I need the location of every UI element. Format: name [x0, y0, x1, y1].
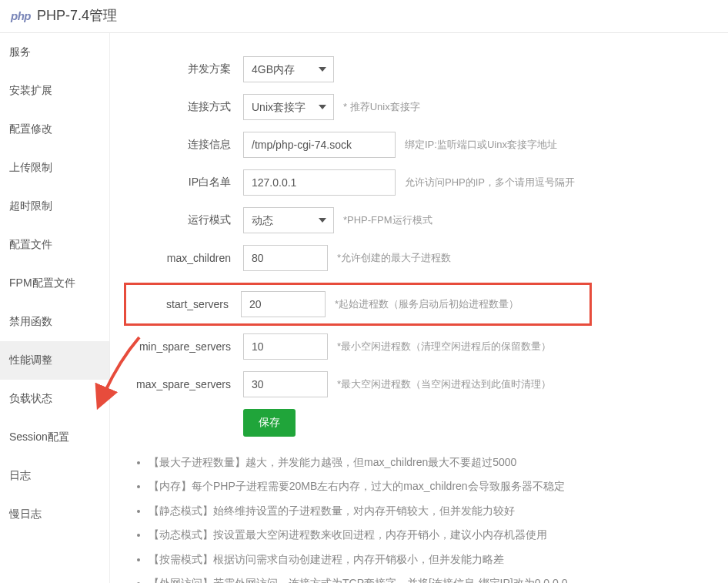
select-conn-type[interactable]: Unix套接字 — [243, 94, 334, 120]
php-logo-icon: php — [11, 9, 31, 22]
hint-conn-info: 绑定IP:监听端口或Uinx套接字地址 — [405, 138, 557, 152]
row-run-mode: 运行模式 动态 *PHP-FPM运行模式 — [124, 207, 728, 233]
row-ip-whitelist: IP白名单 允许访问PHP的IP，多个请用逗号隔开 — [124, 169, 728, 196]
dialog-title: PHP-7.4管理 — [37, 6, 117, 25]
label-run-mode: 运行模式 — [124, 213, 243, 227]
label-max-children: max_children — [124, 252, 243, 264]
row-max-spare: max_spare_servers *最大空闲进程数（当空闲进程达到此值时清理） — [124, 371, 728, 397]
sidebar: 服务 安装扩展 配置修改 上传限制 超时限制 配置文件 FPM配置文件 禁用函数… — [0, 33, 110, 583]
sidebar-item-config-edit[interactable]: 配置修改 — [0, 110, 109, 149]
sidebar-item-session[interactable]: Session配置 — [0, 418, 109, 457]
note-item: 【内存】每个PHP子进程需要20MB左右内存，过大的max_children会导… — [149, 477, 728, 494]
input-start-servers[interactable] — [241, 291, 326, 317]
input-min-spare[interactable] — [243, 333, 328, 360]
hint-run-mode: *PHP-FPM运行模式 — [343, 213, 432, 227]
notes-list: 【最大子进程数量】越大，并发能力越强，但max_children最大不要超过50… — [124, 454, 728, 583]
sidebar-item-log[interactable]: 日志 — [0, 457, 109, 495]
select-concurrency[interactable]: 4GB内存 — [243, 56, 334, 82]
label-max-spare: max_spare_servers — [124, 378, 243, 390]
label-min-spare: min_spare_servers — [124, 340, 243, 353]
sidebar-item-config-file[interactable]: 配置文件 — [0, 226, 109, 264]
sidebar-item-service[interactable]: 服务 — [0, 33, 109, 72]
note-item: 【外网访问】若需外网访问，连接方式为TCP套接字，并将[连接信息-绑定IP]改为… — [149, 575, 728, 583]
sidebar-item-install-ext[interactable]: 安装扩展 — [0, 72, 109, 110]
hint-start-servers: *起始进程数（服务启动后初始进程数量） — [335, 297, 519, 311]
sidebar-item-timeout[interactable]: 超时限制 — [0, 187, 109, 226]
highlight-start-servers: start_servers *起始进程数（服务启动后初始进程数量） — [124, 283, 592, 326]
sidebar-item-performance[interactable]: 性能调整 — [0, 341, 109, 380]
dialog-header: php PHP-7.4管理 — [0, 0, 728, 33]
label-start-servers: start_servers — [126, 298, 241, 310]
label-concurrency: 并发方案 — [124, 62, 243, 76]
row-max-children: max_children *允许创建的最大子进程数 — [124, 245, 728, 271]
note-item: 【最大子进程数量】越大，并发能力越强，但max_children最大不要超过50… — [149, 454, 728, 471]
row-start-servers: start_servers *起始进程数（服务启动后初始进程数量） — [126, 291, 585, 317]
note-item: 【静态模式】始终维持设置的子进程数量，对内存开销较大，但并发能力较好 — [149, 502, 728, 519]
row-concurrency: 并发方案 4GB内存 — [124, 56, 728, 82]
save-row: 保存 — [124, 409, 728, 437]
save-button[interactable]: 保存 — [243, 409, 296, 437]
hint-max-children: *允许创建的最大子进程数 — [337, 251, 451, 265]
hint-min-spare: *最小空闲进程数（清理空闲进程后的保留数量） — [337, 340, 551, 353]
label-conn-type: 连接方式 — [124, 100, 243, 114]
sidebar-item-disable-func[interactable]: 禁用函数 — [0, 303, 109, 341]
select-run-mode[interactable]: 动态 — [243, 207, 334, 233]
label-conn-info: 连接信息 — [124, 138, 243, 152]
sidebar-item-slow-log[interactable]: 慢日志 — [0, 495, 109, 534]
main-panel: 并发方案 4GB内存 连接方式 Unix套接字 * 推荐Unix套接字 连接信息… — [110, 33, 728, 583]
sidebar-item-upload-limit[interactable]: 上传限制 — [0, 149, 109, 187]
hint-max-spare: *最大空闲进程数（当空闲进程达到此值时清理） — [337, 377, 551, 391]
row-min-spare: min_spare_servers *最小空闲进程数（清理空闲进程后的保留数量） — [124, 333, 728, 360]
row-conn-info: 连接信息 绑定IP:监听端口或Uinx套接字地址 — [124, 132, 728, 158]
row-conn-type: 连接方式 Unix套接字 * 推荐Unix套接字 — [124, 94, 728, 120]
input-ip-whitelist[interactable] — [243, 169, 396, 196]
note-item: 【动态模式】按设置最大空闲进程数来收回进程，内存开销小，建议小内存机器使用 — [149, 526, 728, 543]
input-conn-info[interactable] — [243, 132, 396, 158]
sidebar-item-fpm-config[interactable]: FPM配置文件 — [0, 264, 109, 303]
input-max-spare[interactable] — [243, 371, 328, 397]
label-ip-whitelist: IP白名单 — [124, 176, 243, 189]
hint-ip-whitelist: 允许访问PHP的IP，多个请用逗号隔开 — [405, 176, 575, 189]
input-max-children[interactable] — [243, 245, 328, 271]
sidebar-item-load-status[interactable]: 负载状态 — [0, 380, 109, 418]
note-item: 【按需模式】根据访问需求自动创建进程，内存开销极小，但并发能力略差 — [149, 551, 728, 568]
hint-conn-type: * 推荐Unix套接字 — [343, 100, 420, 114]
